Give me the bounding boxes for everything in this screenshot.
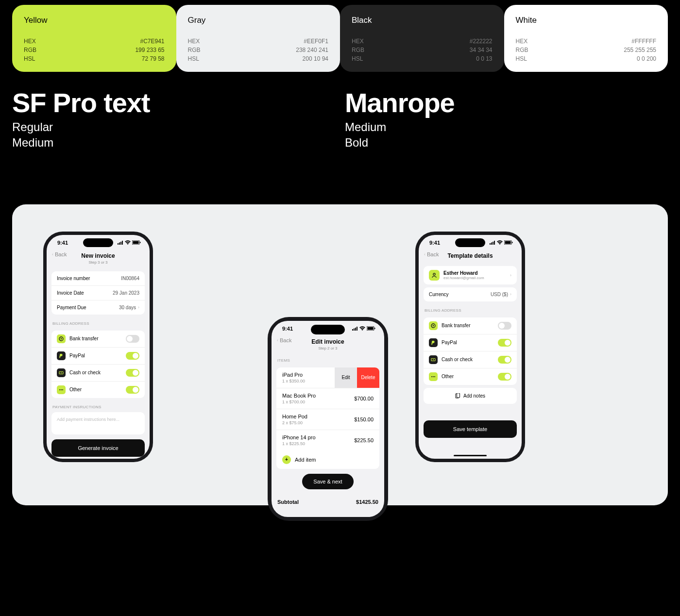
add-notes-button[interactable]: Add notes (424, 388, 517, 404)
back-button[interactable]: ‹Back (52, 251, 67, 257)
section-label: PAYMENT INSRUCTIONS (47, 401, 150, 411)
item-row[interactable]: Mac Book Pro1 x $700.00 $700.00 (276, 388, 379, 409)
swatch-gray: Gray HEX#EEF0F1 RGB238 240 241 HSL200 10… (176, 5, 340, 72)
font-weight: Bold (345, 135, 668, 150)
invoice-number-row[interactable]: Invoice numberIN00864 (51, 271, 145, 285)
toggle-other[interactable] (498, 373, 511, 381)
chevron-left-icon: ‹ (52, 252, 53, 257)
contact-name: Esther Howard (443, 270, 506, 276)
payment-other: Other (51, 381, 145, 398)
svg-rect-0 (118, 243, 119, 245)
edit-button[interactable]: Edit (335, 367, 357, 388)
chevron-left-icon: ‹ (424, 252, 425, 257)
item-row-swiped: iPad Pro1 x $350.00 Edit Delete (276, 367, 379, 388)
swatch-name: White (516, 16, 657, 25)
wifi-icon (359, 326, 365, 331)
signal-icon (118, 241, 123, 245)
items-list: iPad Pro1 x $350.00 Edit Delete Mac Book… (276, 367, 379, 469)
bank-icon (57, 334, 66, 343)
paypal-icon (429, 338, 438, 347)
color-swatches: Yellow HEX#C7E941 RGB199 233 65 HSL72 79… (0, 0, 680, 72)
other-icon (57, 385, 66, 394)
status-time: 9:41 (57, 240, 68, 246)
back-button[interactable]: ‹Back (277, 337, 291, 343)
plus-icon: + (282, 455, 291, 464)
back-button[interactable]: ‹Back (424, 251, 439, 257)
contact-card[interactable]: Esther Howard est.howard@gmail.com › (424, 266, 517, 284)
swatch-name: Gray (188, 16, 329, 25)
invoice-meta-card: Invoice numberIN00864 Invoice Date29 Jan… (51, 271, 145, 315)
payment-bank-transfer: Bank transfer (424, 317, 517, 334)
swatch-black: Black HEX#222222 RGB34 34 34 HSL0 0 13 (340, 5, 504, 72)
chevron-right-icon: › (510, 273, 511, 278)
payment-cash: Cash or check (51, 364, 145, 381)
toggle-bank[interactable] (126, 335, 139, 343)
item-row[interactable]: iPhone 14 pro1 x $225.50 $225.50 (276, 430, 379, 450)
svg-rect-2 (120, 242, 121, 245)
toggle-paypal[interactable] (126, 352, 139, 360)
payment-paypal: PayPal (51, 347, 145, 364)
paypal-icon (57, 351, 66, 360)
bank-icon (429, 321, 438, 330)
toggle-bank[interactable] (498, 322, 511, 330)
signal-icon (352, 327, 358, 331)
svg-point-11 (59, 389, 60, 390)
save-template-button[interactable]: Save template (424, 420, 517, 438)
svg-rect-26 (505, 241, 511, 244)
svg-point-8 (61, 338, 62, 339)
payment-cash: Cash or check (424, 351, 517, 368)
font-weight: Medium (345, 119, 668, 135)
svg-rect-37 (457, 393, 459, 398)
svg-point-35 (434, 376, 435, 377)
add-item-button[interactable]: + Add item (276, 450, 379, 469)
chevron-right-icon: › (510, 292, 511, 297)
phone-edit-invoice: 9:41 ‹Back Edit invoice Step 2 or 3 ITEM… (268, 317, 388, 521)
svg-rect-21 (490, 243, 491, 245)
invoice-date-row[interactable]: Invoice Date29 Jan 2023 (51, 285, 145, 300)
svg-point-12 (61, 389, 62, 390)
battery-icon (504, 240, 513, 245)
chevron-left-icon: ‹ (277, 338, 278, 343)
home-indicator (454, 455, 487, 456)
item-row[interactable]: Home Pod2 x $75.00 $150.00 (276, 409, 379, 430)
section-label: BILLING ADDRESS (419, 304, 522, 315)
svg-rect-22 (491, 242, 492, 245)
swatch-white: White HEX#FFFFFF RGB255 255 255 HSL0 0 2… (504, 5, 668, 72)
delete-button[interactable]: Delete (357, 367, 379, 388)
svg-rect-16 (355, 328, 356, 331)
toggle-cash[interactable] (498, 356, 511, 364)
svg-point-10 (61, 372, 62, 373)
payment-instructions-input[interactable]: Add payment instructions here... (51, 412, 145, 434)
battery-icon (367, 326, 375, 331)
svg-rect-15 (354, 328, 355, 331)
status-time: 9:41 (282, 326, 293, 332)
dynamic-island (311, 325, 345, 334)
svg-rect-24 (494, 241, 495, 245)
payment-due-row[interactable]: Payment Due30 days› (51, 300, 145, 315)
mockup-stage: 9:41 ‹Back New invoice Step 3 or 3 (12, 204, 668, 505)
svg-rect-19 (368, 327, 374, 330)
phone-template-details: 9:41 ‹Back Template details Esther Howar… (415, 232, 525, 462)
cash-icon (57, 368, 66, 377)
swatch-name: Black (352, 16, 493, 25)
payment-methods-card: Bank transfer PayPal Cash or check Other (424, 317, 517, 385)
font-weight: Regular (12, 119, 335, 135)
swatch-name: Yellow (24, 16, 165, 25)
screen-subtitle: Step 3 or 3 (47, 260, 150, 265)
payment-methods-card: Bank transfer PayPal Cash or check Other (51, 331, 145, 398)
toggle-cash[interactable] (126, 369, 139, 377)
payment-bank-transfer: Bank transfer (51, 331, 145, 347)
svg-rect-1 (119, 242, 120, 245)
save-next-button[interactable]: Save & next (302, 474, 354, 489)
svg-point-34 (433, 376, 434, 377)
toggle-other[interactable] (126, 386, 139, 394)
battery-icon (132, 240, 141, 245)
svg-rect-20 (374, 328, 375, 329)
screen-subtitle: Step 2 or 3 (272, 346, 384, 350)
typography-section: SF Pro text Regular Medium Manrope Mediu… (0, 72, 680, 151)
generate-invoice-button[interactable]: Generate invoice (51, 439, 145, 457)
toggle-paypal[interactable] (498, 339, 511, 347)
font-weight: Medium (12, 135, 335, 150)
cash-icon (429, 355, 438, 364)
currency-card[interactable]: Currency USD ($)› (424, 287, 517, 301)
